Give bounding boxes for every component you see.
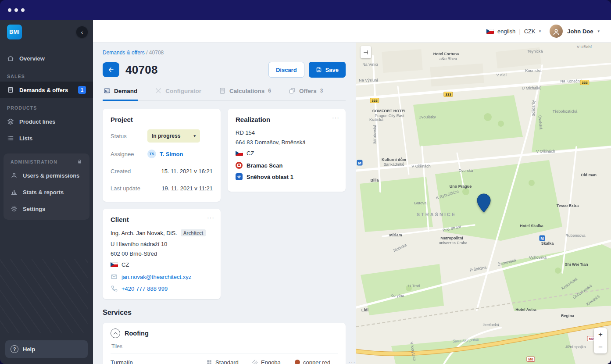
- tab-bar: Demand Configurator Calculations 6 Offer…: [103, 86, 346, 101]
- status-label: Status: [111, 133, 147, 139]
- table-row[interactable]: Turmalín Standard Engoba copper red: [111, 353, 338, 364]
- sidebar-section-label: SALES: [0, 67, 93, 82]
- client-role-badge: Architect: [181, 229, 206, 236]
- sidebar-item-demands-offers[interactable]: Demands & offers 1: [0, 82, 93, 98]
- zoom-in-button[interactable]: +: [594, 328, 607, 341]
- zoom-out-button[interactable]: −: [594, 341, 607, 353]
- user-menu[interactable]: John Doe: [550, 25, 600, 38]
- map-label: Kulturní dům: [382, 157, 406, 162]
- product-lines-icon: [7, 118, 14, 125]
- map-label: Hotel Fortuna: [433, 52, 459, 56]
- client-address-line1: U Hlavního nádraží 10: [111, 241, 213, 247]
- cz-flag-icon: [111, 262, 118, 267]
- map-label: Na Vinici: [362, 62, 378, 67]
- window-titlebar: [0, 0, 611, 20]
- tab-demand[interactable]: Demand: [103, 86, 138, 101]
- help-button[interactable]: ? Help: [5, 340, 88, 358]
- tile-name: Turmalín: [111, 359, 206, 364]
- sidebar-item-lists[interactable]: Lists: [0, 130, 93, 146]
- sidebar-item-overview[interactable]: Overview: [0, 50, 93, 67]
- breadcrumb-parent-link[interactable]: Demands & offers: [103, 50, 145, 56]
- back-button[interactable]: [103, 62, 119, 77]
- content-panel: Demands & offers / 40708 40708 Discard S…: [93, 43, 356, 364]
- sidebar-item-product-lines[interactable]: Product lines: [0, 113, 93, 130]
- map-label: Vyžlovská: [529, 255, 547, 260]
- client-phone-link[interactable]: +420 777 888 999: [121, 285, 168, 292]
- map-label: Billa: [370, 178, 379, 182]
- map-label: Saratovská: [372, 125, 377, 144]
- map-label: Korytná: [390, 293, 404, 298]
- window-dot-icon[interactable]: [14, 8, 18, 12]
- tab-calculations[interactable]: Calculations 6: [218, 86, 272, 101]
- sidebar-nav: Overview SALES Demands & offers 1PRODUCT…: [0, 50, 93, 220]
- sidebar-item-label: Settings: [23, 206, 45, 212]
- breadcrumb: Demands & offers / 40708: [103, 50, 346, 56]
- updated-label: Last update: [111, 185, 147, 192]
- map-panel[interactable]: V ÚžlabíTeynickáNa ViniciHotel Fortunaa&…: [356, 43, 611, 364]
- stats-icon: [11, 189, 18, 196]
- sidebar-item-label: Stats & reports: [23, 189, 64, 196]
- assignee-link[interactable]: TS T. Simon: [147, 150, 183, 158]
- lists-icon: [7, 135, 14, 142]
- users-icon: [11, 172, 18, 179]
- status-value: In progress: [152, 133, 180, 139]
- page-title: 40708: [125, 63, 158, 77]
- sidebar-item-label: Product lines: [19, 118, 55, 125]
- client-address-line2: 602 00 Brno-Střed: [111, 250, 213, 257]
- map-label: Kralická: [369, 118, 383, 122]
- map-label: Uno Prague: [450, 184, 472, 189]
- map-label: Skalka: [541, 241, 554, 246]
- map-label: STRAŠNICE: [417, 212, 457, 217]
- sidebar-item-label: Overview: [19, 55, 45, 62]
- window-dot-icon[interactable]: [8, 8, 11, 12]
- save-button[interactable]: Save: [309, 62, 346, 78]
- collapse-handle-icon: ⊣: [363, 49, 368, 56]
- language-selector[interactable]: english | CZK: [486, 28, 541, 35]
- more-icon[interactable]: [332, 114, 339, 121]
- project-card: Project Status In progress Assignee: [103, 109, 221, 202]
- sidebar-section-label: PRODUCTS: [0, 98, 93, 113]
- bramac-scan-icon: [236, 162, 243, 169]
- sidebar-item-label: Lists: [19, 135, 32, 142]
- sidebar-item-label: Users & permissions: [23, 172, 79, 179]
- tab-offers[interactable]: Offers 3: [288, 86, 324, 101]
- assignee-label: Assignee: [111, 151, 147, 157]
- window-dot-icon[interactable]: [21, 8, 25, 12]
- realization-feature: Sněhová oblast 1: [236, 173, 338, 180]
- discard-button[interactable]: Discard: [268, 62, 304, 78]
- topbar: english | CZK John Doe: [93, 20, 611, 43]
- map-label: V Aleji: [496, 73, 507, 77]
- assignee-name: T. Simon: [160, 151, 183, 157]
- breadcrumb-separator: /: [146, 50, 147, 56]
- calculations-tab-icon: [219, 87, 226, 94]
- sidebar-item-settings[interactable]: Settings: [4, 200, 89, 217]
- tile-coating: Engoba: [252, 359, 295, 364]
- more-icon[interactable]: [207, 214, 214, 221]
- tab-label: Calculations: [229, 88, 264, 94]
- snow-area-icon: [236, 173, 243, 180]
- mail-icon: [111, 273, 118, 280]
- service-header[interactable]: Roofing: [111, 328, 338, 343]
- map-collapse-handle[interactable]: ⊣: [361, 46, 371, 58]
- map-label: Jižní spojka: [565, 345, 586, 349]
- map-label: Hotel Astra: [515, 307, 536, 312]
- map-label: Regina: [561, 314, 574, 318]
- assignee-avatar: TS: [147, 150, 156, 158]
- more-icon[interactable]: [348, 359, 356, 364]
- roofing-icon: [111, 328, 120, 338]
- help-label: Help: [23, 346, 35, 353]
- offers-tab-icon: [289, 87, 296, 94]
- map-label: Na Výsluní: [359, 78, 378, 82]
- divider: |: [519, 28, 520, 35]
- tab-configurator[interactable]: Configurator: [154, 86, 202, 101]
- sidebar-item-users-permissions[interactable]: Users & permissions: [4, 167, 89, 184]
- map-label: Dvoulétky: [418, 115, 436, 119]
- sidebar-item-stats-reports[interactable]: Stats & reports: [4, 184, 89, 200]
- sidebar-collapse-button[interactable]: ‹: [76, 26, 88, 38]
- client-email-link[interactable]: jan.novak@thearchitect.xyz: [121, 274, 191, 280]
- status-dropdown[interactable]: In progress: [147, 129, 200, 143]
- metro-station-icon: M: [357, 160, 363, 166]
- updated-value: 19. 11. 2021 v 11:21: [161, 185, 213, 192]
- map-label: Lidl: [361, 308, 368, 312]
- services-heading: Services: [103, 309, 346, 317]
